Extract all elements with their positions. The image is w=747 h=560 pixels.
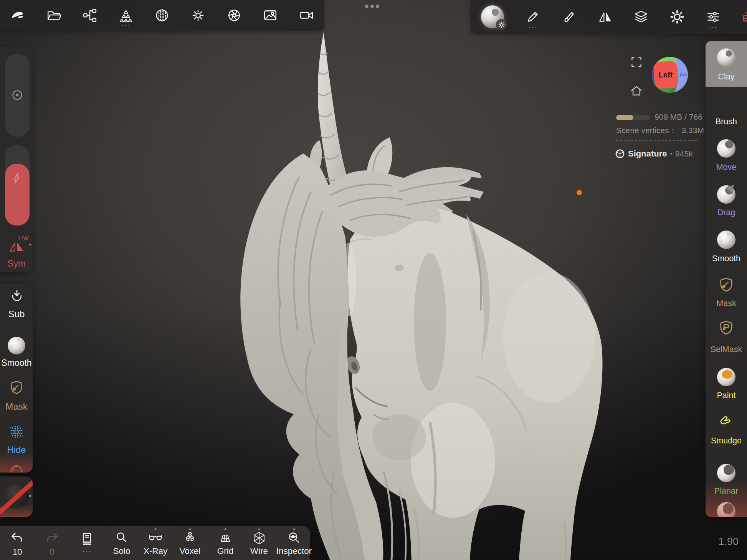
- symmetry-label: Sym: [0, 258, 33, 269]
- hide-button[interactable]: Hide: [0, 420, 33, 462]
- tool-mask[interactable]: Mask: [706, 267, 747, 312]
- pencil-tools-button[interactable]: ···: [525, 6, 540, 28]
- memory-progress-fill: [616, 115, 633, 120]
- app-logo-button[interactable]: [10, 5, 25, 26]
- radius-slider[interactable]: [5, 54, 30, 137]
- memory-progress-bar: [616, 115, 650, 120]
- grid-button[interactable]: ▲ Grid: [211, 526, 240, 560]
- tool-next-partial[interactable]: [706, 492, 747, 517]
- solo-button[interactable]: Solo: [107, 526, 136, 560]
- home-icon: [630, 85, 643, 97]
- redo-button[interactable]: 0: [37, 526, 66, 560]
- dot: [376, 5, 379, 8]
- toolbox-icon: [742, 10, 747, 24]
- layers-button[interactable]: [633, 6, 649, 28]
- symmetry-line-flyout-arrow[interactable]: ▸: [29, 492, 32, 499]
- selmask-shield-icon: [718, 320, 735, 336]
- tool-planar[interactable]: Planar: [706, 448, 747, 492]
- app-logo-icon: [10, 8, 25, 23]
- voxel-button[interactable]: ▲ Voxel: [175, 526, 205, 560]
- redo-count: 0: [50, 547, 55, 557]
- symmetry-button[interactable]: [8, 240, 25, 254]
- sub-button[interactable]: Sub: [0, 286, 33, 324]
- top-left-toolbar: ···: [0, 0, 324, 31]
- xray-button[interactable]: ▲ X-Ray: [141, 526, 170, 560]
- post-process-button[interactable]: [226, 5, 242, 26]
- files-button[interactable]: [46, 5, 61, 26]
- background-image-button[interactable]: [263, 5, 278, 26]
- settings-button[interactable]: [669, 6, 685, 28]
- inspector-button[interactable]: ▲ Inspector: [279, 526, 309, 560]
- material-matcap-button[interactable]: [154, 5, 170, 26]
- layers-icon: [634, 10, 648, 24]
- tool-paint[interactable]: Paint: [706, 357, 747, 402]
- lighting-button[interactable]: [190, 5, 206, 26]
- active-material-button[interactable]: [481, 3, 504, 31]
- paint-tools-button[interactable]: [561, 6, 577, 28]
- symmetry-mirror-button[interactable]: [597, 6, 613, 28]
- signature-label: Signature: [628, 149, 667, 159]
- app-window: ···: [0, 0, 747, 560]
- hide-dotted-sphere-icon: [8, 423, 25, 441]
- tool-label-smudge: Smudge: [706, 436, 747, 446]
- move-tool-icon: [717, 139, 735, 158]
- mini-gizmo-icon: [8, 463, 25, 473]
- tool-move[interactable]: Move: [706, 132, 747, 177]
- adjust-sliders-button[interactable]: ···: [706, 6, 721, 28]
- orientation-gizmo-ball[interactable]: Left Fro Bo: [651, 56, 688, 94]
- camera-button[interactable]: [299, 5, 314, 26]
- home-view-button[interactable]: [630, 85, 643, 98]
- tool-label-selmask: SelMask: [706, 345, 747, 354]
- grid-icon: [218, 531, 232, 545]
- pages-button[interactable]: ···: [73, 526, 102, 560]
- xray-glasses-icon: [149, 531, 162, 545]
- canvas-menu-dots[interactable]: [365, 5, 379, 8]
- clay-tool-icon: [717, 48, 735, 67]
- topology-button[interactable]: ···: [118, 5, 134, 26]
- undo-icon: [10, 531, 25, 546]
- intensity-slider[interactable]: [5, 145, 30, 226]
- paintbrush-icon: [562, 10, 576, 24]
- sliders-icon: [706, 10, 721, 24]
- fullscreen-button[interactable]: [630, 56, 643, 69]
- smudge-finger-icon: [717, 413, 735, 431]
- voxel-cubes-icon: [183, 531, 197, 545]
- signature-row[interactable]: Signature • 945k: [615, 149, 693, 159]
- quick-actions-panel: Sub Smooth Mask Hide: [0, 284, 33, 473]
- tool-clay[interactable]: Clay: [706, 41, 747, 87]
- smooth-sphere-icon: [8, 337, 25, 354]
- tool-smooth[interactable]: Smooth: [706, 222, 747, 267]
- wire-label: Wire: [250, 546, 268, 556]
- tool-selmask[interactable]: SelMask: [706, 313, 747, 357]
- wire-button[interactable]: ▲ Wire: [245, 526, 274, 560]
- material-gear-badge: [496, 19, 507, 30]
- memory-text: 909 MB / 766 M: [654, 112, 705, 122]
- tool-smudge[interactable]: Smudge: [706, 403, 747, 448]
- viewport-canvas[interactable]: [0, 0, 747, 560]
- symmetry-line-toggle[interactable]: [0, 476, 33, 517]
- inspector-eye-icon: [287, 531, 301, 545]
- wireframe-icon: [252, 531, 266, 545]
- tool-drag[interactable]: Drag: [706, 177, 747, 222]
- symmetry-line-toggle-panel: ▸: [0, 476, 33, 517]
- planar-tool-icon: [717, 464, 735, 482]
- pencil-icon: [526, 10, 540, 24]
- toolbox-button[interactable]: [742, 6, 747, 28]
- grid-caret-icon: ▲: [224, 527, 227, 530]
- mask-button[interactable]: Mask: [0, 377, 33, 417]
- voxel-caret-icon: ▲: [188, 527, 192, 530]
- tool-label-paint: Paint: [706, 391, 747, 400]
- bottom-toolbar: 10 0 ··· Solo ▲ X-Ra: [0, 526, 310, 560]
- symmetry-flyout-arrow[interactable]: ▸: [29, 241, 32, 248]
- pages-more-dots: ···: [83, 547, 92, 555]
- mask-shield-icon: [718, 277, 735, 293]
- signature-dot: •: [670, 150, 672, 157]
- tool-brush[interactable]: Brush: [706, 87, 747, 132]
- smooth-button[interactable]: Smooth: [0, 333, 33, 373]
- drag-tool-icon: [717, 185, 735, 204]
- inspector-label: Inspector: [276, 546, 312, 556]
- tool-label-clay: Clay: [706, 72, 747, 82]
- flatten-tool-icon: [717, 502, 735, 517]
- undo-button[interactable]: 10: [3, 526, 32, 560]
- scene-graph-button[interactable]: [82, 5, 98, 26]
